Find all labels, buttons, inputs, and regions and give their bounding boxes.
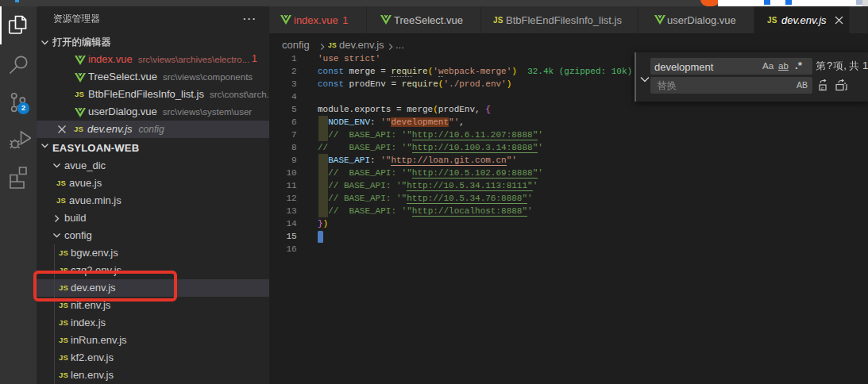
svg-text:c: c — [821, 86, 824, 90]
